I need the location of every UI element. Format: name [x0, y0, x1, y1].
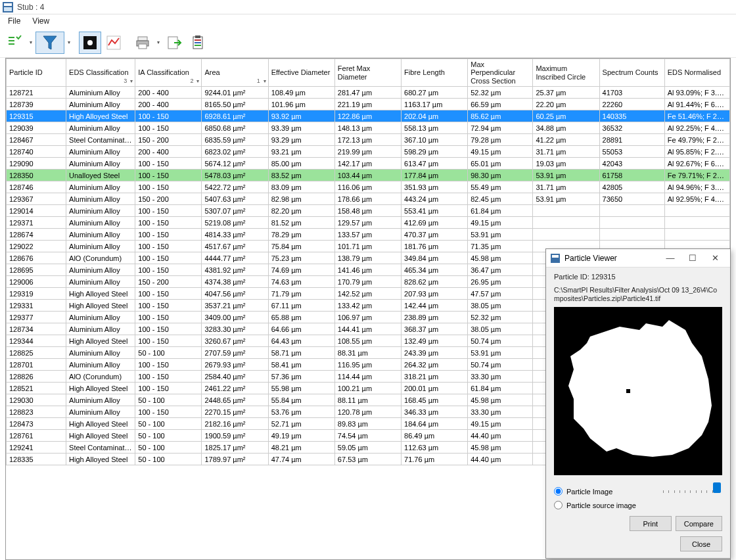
- close-icon[interactable]: ✕: [704, 251, 726, 266]
- table-cell[interactable]: 85.62 µm: [468, 110, 533, 122]
- table-cell[interactable]: 78.29 µm: [268, 229, 334, 241]
- table-cell[interactable]: AlO (Corundum): [66, 371, 135, 383]
- table-cell[interactable]: 144.41 µm: [334, 323, 401, 335]
- table-cell[interactable]: 2584.40 µm²: [202, 371, 268, 383]
- table-cell[interactable]: 100 - 150: [135, 158, 202, 170]
- table-cell[interactable]: 61758: [599, 170, 664, 181]
- table-cell[interactable]: 64.43 µm: [268, 335, 334, 347]
- table-cell[interactable]: Aluminium Alloy: [66, 276, 135, 288]
- table-cell[interactable]: 100 - 150: [135, 264, 202, 276]
- table-cell[interactable]: 349.84 µm: [402, 252, 468, 264]
- table-cell[interactable]: High Alloyed Steel: [66, 335, 135, 347]
- table-cell[interactable]: 184.64 µm: [402, 418, 468, 430]
- table-cell[interactable]: 828.62 µm: [402, 276, 468, 288]
- table-cell[interactable]: 42805: [599, 181, 664, 193]
- print-icon[interactable]: [131, 32, 154, 54]
- table-cell[interactable]: 42043: [599, 158, 664, 170]
- table-cell[interactable]: 50 - 100: [135, 430, 202, 442]
- table-cell[interactable]: 2679.93 µm²: [202, 359, 268, 371]
- table-cell[interactable]: High Alloyed Steel: [66, 288, 135, 300]
- table-cell[interactable]: 48.21 µm: [268, 442, 334, 454]
- table-cell[interactable]: 680.27 µm: [402, 87, 468, 99]
- table-cell[interactable]: 19.03 µm: [533, 158, 599, 170]
- table-cell[interactable]: 47.74 µm: [268, 454, 334, 465]
- clipboard-icon[interactable]: [187, 32, 209, 54]
- table-cell[interactable]: 86.49 µm: [402, 430, 468, 442]
- table-cell[interactable]: 1789.97 µm²: [202, 454, 268, 465]
- menu-file[interactable]: File: [3, 15, 26, 27]
- table-cell[interactable]: [599, 217, 664, 229]
- table-cell[interactable]: 44.40 µm: [468, 454, 533, 465]
- table-cell[interactable]: 101.96 µm: [268, 99, 334, 110]
- table-cell[interactable]: 100.21 µm: [334, 383, 401, 394]
- table-cell[interactable]: Aluminium Alloy: [66, 241, 135, 252]
- table-cell[interactable]: 75.84 µm: [268, 241, 334, 252]
- table-cell[interactable]: 412.69 µm: [402, 217, 468, 229]
- table-cell[interactable]: 129344: [7, 335, 66, 347]
- table-cell[interactable]: 200 - 400: [135, 146, 202, 158]
- table-cell[interactable]: 116.06 µm: [334, 181, 401, 193]
- table-cell[interactable]: 2461.22 µm²: [202, 383, 268, 394]
- table-cell[interactable]: 132.49 µm: [402, 335, 468, 347]
- table-cell[interactable]: 49.15 µm: [468, 418, 533, 430]
- table-cell[interactable]: Al 95.85%; F 2.0…: [664, 146, 729, 158]
- table-cell[interactable]: 120.78 µm: [334, 406, 401, 418]
- radio-particle-image[interactable]: Particle Image: [554, 487, 612, 496]
- table-cell[interactable]: Aluminium Alloy: [66, 146, 135, 158]
- table-cell[interactable]: 100 - 150: [135, 122, 202, 134]
- column-header[interactable]: Fibre Length: [402, 59, 468, 87]
- table-cell[interactable]: 6850.68 µm²: [202, 122, 268, 134]
- table-cell[interactable]: 100 - 150: [135, 205, 202, 217]
- table-cell[interactable]: 129377: [7, 312, 66, 323]
- table-cell[interactable]: 202.04 µm: [402, 110, 468, 122]
- table-cell[interactable]: 71.76 µm: [402, 454, 468, 465]
- table-cell[interactable]: 238.89 µm: [402, 312, 468, 323]
- table-cell[interactable]: 6928.61 µm²: [202, 110, 268, 122]
- table-cell[interactable]: 34.88 µm: [533, 122, 599, 134]
- table-cell[interactable]: 129022: [7, 241, 66, 252]
- table-cell[interactable]: Aluminium Alloy: [66, 323, 135, 335]
- table-cell[interactable]: Aluminium Alloy: [66, 193, 135, 205]
- table-cell[interactable]: Aluminium Alloy: [66, 394, 135, 406]
- table-cell[interactable]: 58.41 µm: [268, 359, 334, 371]
- table-cell[interactable]: Fe 49.79%; F 25…: [664, 134, 729, 146]
- table-cell[interactable]: 128676: [7, 252, 66, 264]
- table-cell[interactable]: 45.98 µm: [468, 252, 533, 264]
- column-header[interactable]: Feret Max Diameter: [334, 59, 401, 87]
- table-cell[interactable]: 79.28 µm: [468, 134, 533, 146]
- table-cell[interactable]: 181.76 µm: [402, 241, 468, 252]
- table-cell[interactable]: 64.66 µm: [268, 323, 334, 335]
- table-cell[interactable]: 108.49 µm: [268, 87, 334, 99]
- table-cell[interactable]: 28891: [599, 134, 664, 146]
- table-cell[interactable]: 128521: [7, 383, 66, 394]
- radio-source-image[interactable]: Particle source image: [554, 501, 722, 509]
- table-row[interactable]: 129090Aluminium Alloy100 - 1505674.12 µm…: [7, 158, 730, 170]
- table-cell[interactable]: 4047.56 µm²: [202, 288, 268, 300]
- table-cell[interactable]: Aluminium Alloy: [66, 158, 135, 170]
- table-cell[interactable]: 57.36 µm: [268, 371, 334, 383]
- table-cell[interactable]: 93.21 µm: [268, 146, 334, 158]
- table-cell[interactable]: 6823.02 µm²: [202, 146, 268, 158]
- table-cell[interactable]: High Alloyed Steel: [66, 300, 135, 312]
- table-cell[interactable]: 98.30 µm: [468, 170, 533, 181]
- table-cell[interactable]: High Alloyed Steel: [66, 110, 135, 122]
- table-cell[interactable]: 281.47 µm: [334, 87, 401, 99]
- table-cell[interactable]: 103.44 µm: [334, 170, 401, 181]
- table-cell[interactable]: 82.20 µm: [268, 205, 334, 217]
- table-cell[interactable]: 41.22 µm: [533, 134, 599, 146]
- table-cell[interactable]: [599, 205, 664, 217]
- table-cell[interactable]: 128740: [7, 146, 66, 158]
- table-cell[interactable]: 71.35 µm: [468, 241, 533, 252]
- table-cell[interactable]: 172.13 µm: [334, 134, 401, 146]
- table-cell[interactable]: 128746: [7, 181, 66, 193]
- chart-icon[interactable]: [103, 32, 125, 54]
- table-cell[interactable]: 129319: [7, 288, 66, 300]
- table-cell[interactable]: 65.01 µm: [468, 158, 533, 170]
- table-cell[interactable]: 45.98 µm: [468, 394, 533, 406]
- table-cell[interactable]: 133.42 µm: [334, 300, 401, 312]
- table-cell[interactable]: 138.79 µm: [334, 252, 401, 264]
- table-cell[interactable]: 114.44 µm: [334, 371, 401, 383]
- table-cell[interactable]: 36532: [599, 122, 664, 134]
- table-cell[interactable]: 122.86 µm: [334, 110, 401, 122]
- table-cell[interactable]: 129014: [7, 205, 66, 217]
